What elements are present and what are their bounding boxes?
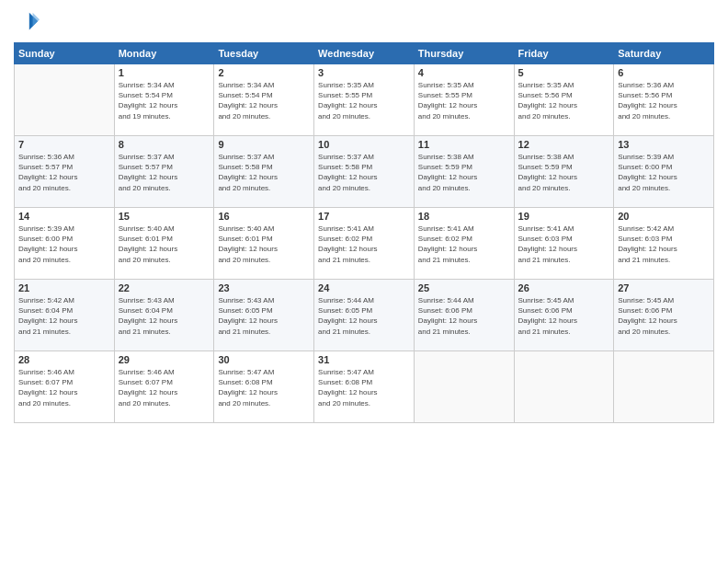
- calendar-cell: 5Sunrise: 5:35 AM Sunset: 5:56 PM Daylig…: [514, 64, 614, 136]
- calendar-cell: 9Sunrise: 5:37 AM Sunset: 5:58 PM Daylig…: [214, 136, 314, 208]
- calendar-cell: 10Sunrise: 5:37 AM Sunset: 5:58 PM Dayli…: [314, 136, 415, 208]
- calendar-cell: 27Sunrise: 5:45 AM Sunset: 6:06 PM Dayli…: [614, 280, 714, 351]
- day-info: Sunrise: 5:41 AM Sunset: 6:02 PM Dayligh…: [318, 224, 410, 265]
- day-number: 18: [418, 211, 510, 222]
- calendar-cell: [614, 351, 714, 423]
- week-row-4: 21Sunrise: 5:42 AM Sunset: 6:04 PM Dayli…: [15, 280, 714, 351]
- day-info: Sunrise: 5:42 AM Sunset: 6:03 PM Dayligh…: [618, 224, 710, 265]
- calendar-cell: 28Sunrise: 5:46 AM Sunset: 6:07 PM Dayli…: [15, 351, 115, 423]
- day-number: 30: [218, 354, 310, 365]
- day-number: 11: [418, 139, 510, 150]
- day-info: Sunrise: 5:46 AM Sunset: 6:07 PM Dayligh…: [119, 367, 210, 408]
- day-info: Sunrise: 5:34 AM Sunset: 5:54 PM Dayligh…: [119, 80, 210, 121]
- weekday-header-row: SundayMondayTuesdayWednesdayThursdayFrid…: [15, 43, 714, 64]
- day-info: Sunrise: 5:37 AM Sunset: 5:58 PM Dayligh…: [218, 152, 310, 193]
- day-info: Sunrise: 5:36 AM Sunset: 5:56 PM Dayligh…: [618, 80, 710, 121]
- week-row-3: 14Sunrise: 5:39 AM Sunset: 6:00 PM Dayli…: [15, 208, 714, 280]
- logo-icon: [14, 9, 40, 35]
- day-info: Sunrise: 5:47 AM Sunset: 6:08 PM Dayligh…: [218, 367, 310, 408]
- calendar-cell: 3Sunrise: 5:35 AM Sunset: 5:55 PM Daylig…: [314, 64, 415, 136]
- day-info: Sunrise: 5:34 AM Sunset: 5:54 PM Dayligh…: [218, 80, 310, 121]
- calendar-cell: 22Sunrise: 5:43 AM Sunset: 6:04 PM Dayli…: [114, 280, 214, 351]
- day-number: 9: [218, 139, 310, 150]
- day-number: 5: [518, 67, 610, 78]
- weekday-monday: Monday: [114, 43, 214, 64]
- day-number: 17: [318, 211, 410, 222]
- calendar-cell: 17Sunrise: 5:41 AM Sunset: 6:02 PM Dayli…: [314, 208, 415, 280]
- calendar-cell: 23Sunrise: 5:43 AM Sunset: 6:05 PM Dayli…: [214, 280, 314, 351]
- calendar-cell: 14Sunrise: 5:39 AM Sunset: 6:00 PM Dayli…: [15, 208, 115, 280]
- day-info: Sunrise: 5:36 AM Sunset: 5:57 PM Dayligh…: [18, 152, 110, 193]
- day-number: 7: [18, 139, 110, 150]
- day-info: Sunrise: 5:43 AM Sunset: 6:04 PM Dayligh…: [119, 295, 210, 337]
- day-number: 31: [318, 354, 410, 365]
- day-number: 20: [618, 211, 710, 222]
- calendar-cell: 24Sunrise: 5:44 AM Sunset: 6:05 PM Dayli…: [314, 280, 415, 351]
- calendar-cell: 31Sunrise: 5:47 AM Sunset: 6:08 PM Dayli…: [314, 351, 415, 423]
- day-info: Sunrise: 5:41 AM Sunset: 6:03 PM Dayligh…: [518, 224, 610, 265]
- day-number: 26: [518, 282, 610, 293]
- weekday-thursday: Thursday: [414, 43, 514, 64]
- day-info: Sunrise: 5:40 AM Sunset: 6:01 PM Dayligh…: [119, 224, 210, 265]
- calendar-cell: 20Sunrise: 5:42 AM Sunset: 6:03 PM Dayli…: [614, 208, 714, 280]
- calendar-cell: 4Sunrise: 5:35 AM Sunset: 5:55 PM Daylig…: [414, 64, 514, 136]
- calendar-cell: 15Sunrise: 5:40 AM Sunset: 6:01 PM Dayli…: [114, 208, 214, 280]
- day-info: Sunrise: 5:37 AM Sunset: 5:57 PM Dayligh…: [119, 152, 210, 193]
- weekday-friday: Friday: [514, 43, 614, 64]
- calendar-table: SundayMondayTuesdayWednesdayThursdayFrid…: [14, 42, 714, 423]
- day-number: 15: [119, 211, 210, 222]
- day-number: 3: [318, 67, 410, 78]
- day-number: 19: [518, 211, 610, 222]
- calendar-cell: 19Sunrise: 5:41 AM Sunset: 6:03 PM Dayli…: [514, 208, 614, 280]
- day-number: 16: [218, 211, 310, 222]
- week-row-5: 28Sunrise: 5:46 AM Sunset: 6:07 PM Dayli…: [15, 351, 714, 423]
- day-info: Sunrise: 5:44 AM Sunset: 6:05 PM Dayligh…: [318, 295, 410, 337]
- day-number: 25: [418, 282, 510, 293]
- day-info: Sunrise: 5:43 AM Sunset: 6:05 PM Dayligh…: [218, 295, 310, 337]
- day-number: 28: [18, 354, 110, 365]
- calendar-cell: 13Sunrise: 5:39 AM Sunset: 6:00 PM Dayli…: [614, 136, 714, 208]
- calendar-cell: 18Sunrise: 5:41 AM Sunset: 6:02 PM Dayli…: [414, 208, 514, 280]
- day-number: 13: [618, 139, 710, 150]
- calendar-cell: 26Sunrise: 5:45 AM Sunset: 6:06 PM Dayli…: [514, 280, 614, 351]
- logo: [14, 9, 43, 35]
- day-info: Sunrise: 5:35 AM Sunset: 5:55 PM Dayligh…: [418, 80, 510, 121]
- calendar-cell: 16Sunrise: 5:40 AM Sunset: 6:01 PM Dayli…: [214, 208, 314, 280]
- weekday-wednesday: Wednesday: [314, 43, 415, 64]
- day-number: 23: [218, 282, 310, 293]
- day-info: Sunrise: 5:38 AM Sunset: 5:59 PM Dayligh…: [518, 152, 610, 193]
- day-info: Sunrise: 5:41 AM Sunset: 6:02 PM Dayligh…: [418, 224, 510, 265]
- day-info: Sunrise: 5:39 AM Sunset: 6:00 PM Dayligh…: [18, 224, 110, 265]
- day-info: Sunrise: 5:37 AM Sunset: 5:58 PM Dayligh…: [318, 152, 410, 193]
- calendar-container: SundayMondayTuesdayWednesdayThursdayFrid…: [0, 0, 728, 563]
- day-info: Sunrise: 5:35 AM Sunset: 5:56 PM Dayligh…: [518, 80, 610, 121]
- calendar-cell: 2Sunrise: 5:34 AM Sunset: 5:54 PM Daylig…: [214, 64, 314, 136]
- day-number: 27: [618, 282, 710, 293]
- week-row-2: 7Sunrise: 5:36 AM Sunset: 5:57 PM Daylig…: [15, 136, 714, 208]
- day-number: 2: [218, 67, 310, 78]
- day-number: 10: [318, 139, 410, 150]
- weekday-sunday: Sunday: [15, 43, 115, 64]
- calendar-cell: 30Sunrise: 5:47 AM Sunset: 6:08 PM Dayli…: [214, 351, 314, 423]
- day-number: 8: [119, 139, 210, 150]
- week-row-1: 1Sunrise: 5:34 AM Sunset: 5:54 PM Daylig…: [15, 64, 714, 136]
- day-info: Sunrise: 5:39 AM Sunset: 6:00 PM Dayligh…: [618, 152, 710, 193]
- day-number: 14: [18, 211, 110, 222]
- day-number: 12: [518, 139, 610, 150]
- header: [14, 9, 714, 35]
- weekday-tuesday: Tuesday: [214, 43, 314, 64]
- calendar-cell: [514, 351, 614, 423]
- calendar-cell: 8Sunrise: 5:37 AM Sunset: 5:57 PM Daylig…: [114, 136, 214, 208]
- day-info: Sunrise: 5:38 AM Sunset: 5:59 PM Dayligh…: [418, 152, 510, 193]
- day-number: 4: [418, 67, 510, 78]
- day-info: Sunrise: 5:44 AM Sunset: 6:06 PM Dayligh…: [418, 295, 510, 337]
- calendar-cell: 6Sunrise: 5:36 AM Sunset: 5:56 PM Daylig…: [614, 64, 714, 136]
- day-number: 21: [18, 282, 110, 293]
- calendar-cell: 12Sunrise: 5:38 AM Sunset: 5:59 PM Dayli…: [514, 136, 614, 208]
- day-info: Sunrise: 5:45 AM Sunset: 6:06 PM Dayligh…: [518, 295, 610, 337]
- calendar-cell: 25Sunrise: 5:44 AM Sunset: 6:06 PM Dayli…: [414, 280, 514, 351]
- day-info: Sunrise: 5:42 AM Sunset: 6:04 PM Dayligh…: [18, 295, 110, 337]
- day-info: Sunrise: 5:35 AM Sunset: 5:55 PM Dayligh…: [318, 80, 410, 121]
- day-info: Sunrise: 5:46 AM Sunset: 6:07 PM Dayligh…: [18, 367, 110, 408]
- day-info: Sunrise: 5:45 AM Sunset: 6:06 PM Dayligh…: [618, 295, 710, 337]
